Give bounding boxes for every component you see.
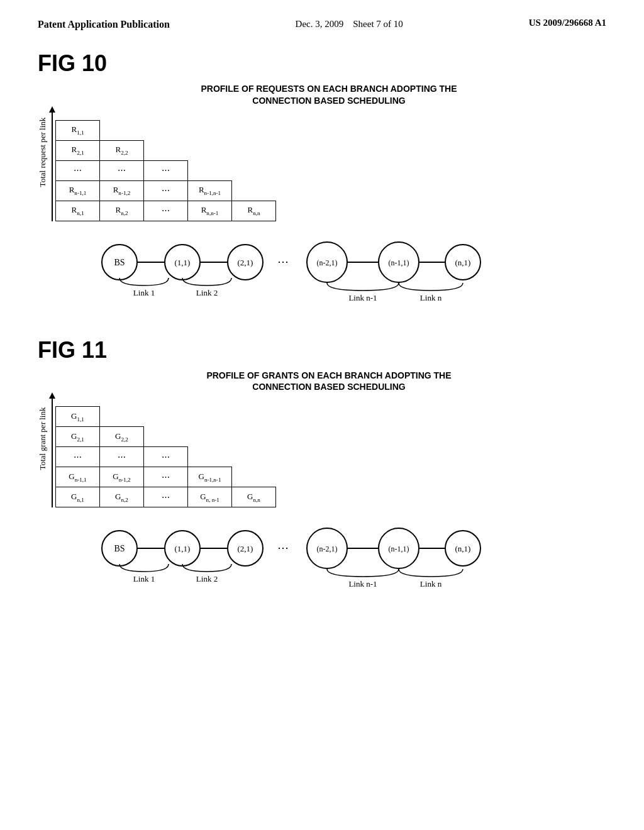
fig10-diagram-svg: BS Link 1 (1,1) Link 2 (2,1) ⋯ [75,240,591,309]
fig11-chart-area: Total grant per link PROFILE OF GRANTS O… [38,370,606,507]
svg-text:Link 1: Link 1 [133,288,155,297]
svg-text:Link n-1: Link n-1 [348,579,377,589]
cell-dots1: ⋯ [56,160,100,180]
cell-g-dots3: ⋯ [144,447,188,467]
fig11-chart-title: PROFILE OF GRANTS ON EACH BRANCH ADOPTIN… [52,370,606,392]
header-date-sheet: Dec. 3, 2009 Sheet 7 of 10 [296,18,403,31]
cell-gnn-1: Gn, n-1 [188,487,232,507]
cell-g-dots-bot: ⋯ [144,487,188,507]
cell-rn-1n-1: Rn-1,n-1 [188,180,232,201]
cell-rn-12: Rn-1,2 [100,180,144,201]
cell-empty [144,427,188,447]
cell-empty [188,140,232,160]
cell-empty [144,407,188,427]
svg-text:Link n: Link n [420,293,442,302]
cell-rnn-1: Rn,n-1 [188,201,232,221]
svg-text:Link n: Link n [420,579,442,589]
cell-dots2: ⋯ [100,160,144,180]
fig11-title: FIG 11 [38,337,606,363]
cell-dots-mid: ⋯ [144,180,188,201]
cell-empty [144,120,188,140]
table-row: R1,1 [56,120,276,140]
fig10-title: FIG 10 [38,50,606,77]
fig11-chart-title-line1: PROFILE OF GRANTS ON EACH BRANCH ADOPTIN… [52,370,606,381]
fig10-chart: PROFILE OF REQUESTS ON EACH BRANCH ADOPT… [52,83,606,221]
fig11-chart-body: G1,1 G2,1 G2,2 [52,397,606,507]
table-row: ⋯ ⋯ ⋯ [56,160,276,180]
fig10-bar-table: R1,1 R2,1 R2,2 [55,120,276,221]
header-date: Dec. 3, 2009 [296,19,344,29]
fig10-section: FIG 10 Total request per link PROFILE OF… [38,50,606,311]
table-row: ⋯ ⋯ ⋯ [56,447,276,467]
cell-empty [188,120,232,140]
svg-text:(n-1,1): (n-1,1) [389,545,409,553]
cell-rnn: Rn,n [232,201,276,221]
fig11-chart-title-line2: CONNECTION BASED SCHEDULING [52,381,606,392]
fig10-chart-area: Total request per link PROFILE OF REQUES… [38,83,606,221]
header-sheet: Sheet 7 of 10 [353,19,403,29]
svg-text:Link 1: Link 1 [133,574,155,584]
svg-text:(1,1): (1,1) [175,544,191,553]
svg-text:BS: BS [114,544,125,553]
cell-empty [232,140,276,160]
fig10-chart-title-line2: CONNECTION BASED SCHEDULING [52,95,606,106]
cell-g11: G1,1 [56,407,100,427]
fig11-section: FIG 11 Total grant per link PROFILE OF G… [38,337,606,598]
fig11-chart: PROFILE OF GRANTS ON EACH BRANCH ADOPTIN… [52,370,606,507]
cell-rn-11: Rn-1,1 [56,180,100,201]
cell-empty [188,427,232,447]
table-row: Rn-1,1 Rn-1,2 ⋯ Rn-1,n-1 [56,180,276,201]
cell-gn-12: Gn-1,2 [100,467,144,487]
cell-empty [232,407,276,427]
fig10-y-axis-line [52,111,53,221]
svg-text:(2,1): (2,1) [238,258,253,267]
cell-r21: R2,1 [56,140,100,160]
cell-empty [144,140,188,160]
svg-text:(n,1): (n,1) [455,544,471,553]
fig11-y-axis-line [52,397,53,507]
cell-dots-bot: ⋯ [144,201,188,221]
header-publication-title: Patent Application Publication [38,18,170,31]
table-row: G2,1 G2,2 [56,427,276,447]
cell-empty [232,467,276,487]
cell-gn-1n-1: Gn-1,n-1 [188,467,232,487]
cell-rn2: Rn,2 [100,201,144,221]
svg-text:Link n-1: Link n-1 [348,293,377,302]
cell-dots3: ⋯ [144,160,188,180]
svg-text:(1,1): (1,1) [175,258,191,267]
cell-empty [188,160,232,180]
cell-empty [232,160,276,180]
fig10-node-diagram: BS Link 1 (1,1) Link 2 (2,1) ⋯ [38,240,606,312]
cell-r22: R2,2 [100,140,144,160]
fig11-diagram-svg: BS Link 1 (1,1) Link 2 (2,1) ⋯ (n-2,1) L… [75,526,591,595]
cell-empty [232,447,276,467]
fig10-y-axis-label: Total request per link [38,83,48,221]
table-row: Gn,1 Gn,2 ⋯ Gn, n-1 Gn,n [56,487,276,507]
fig10-chart-title-line1: PROFILE OF REQUESTS ON EACH BRANCH ADOPT… [52,83,606,94]
table-row: G1,1 [56,407,276,427]
fig11-bar-table: G1,1 G2,1 G2,2 [55,406,276,507]
table-row: Gn-1,1 Gn-1,2 ⋯ Gn-1,n-1 [56,467,276,487]
cell-empty [232,427,276,447]
cell-gn1: Gn,1 [56,487,100,507]
cell-empty [232,180,276,201]
table-row: R2,1 R2,2 [56,140,276,160]
header-patent-number: US 2009/296668 A1 [529,18,606,28]
cell-empty [232,120,276,140]
cell-empty [100,407,144,427]
cell-gn2: Gn,2 [100,487,144,507]
cell-g-dots1: ⋯ [56,447,100,467]
svg-text:Link 2: Link 2 [196,288,218,297]
cell-empty [188,447,232,467]
cell-g-dots2: ⋯ [100,447,144,467]
main-content: FIG 10 Total request per link PROFILE OF… [0,38,644,636]
cell-g-dots-mid: ⋯ [144,467,188,487]
svg-text:(2,1): (2,1) [238,544,253,553]
cell-r11: R1,1 [56,120,100,140]
cell-gnn: Gn,n [232,487,276,507]
svg-text:(n,1): (n,1) [455,258,471,267]
cell-empty [100,120,144,140]
fig11-node-diagram: BS Link 1 (1,1) Link 2 (2,1) ⋯ (n-2,1) L… [38,526,606,598]
cell-rn1: Rn,1 [56,201,100,221]
table-row: Rn,1 Rn,2 ⋯ Rn,n-1 Rn,n [56,201,276,221]
